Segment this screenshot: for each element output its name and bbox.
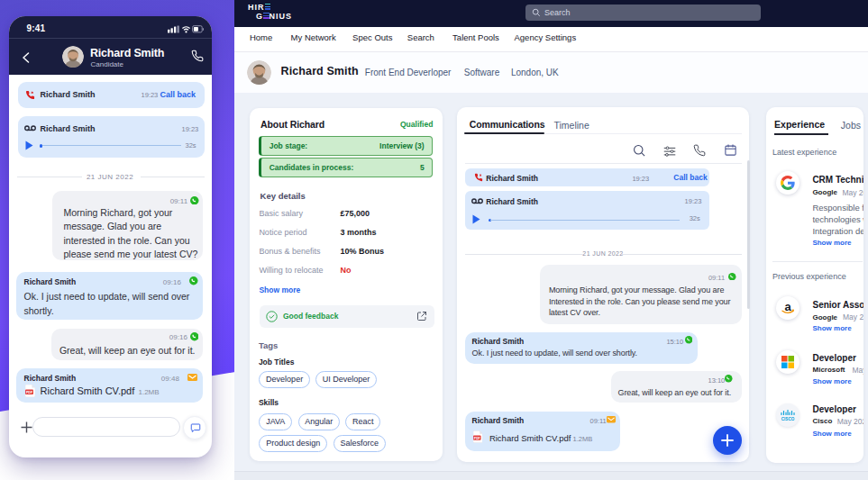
svg-text:PDF: PDF <box>25 391 32 394</box>
svg-text:PDF: PDF <box>474 437 480 440</box>
svg-text:a: a <box>784 299 791 312</box>
svg-text:CISCO: CISCO <box>781 417 795 421</box>
